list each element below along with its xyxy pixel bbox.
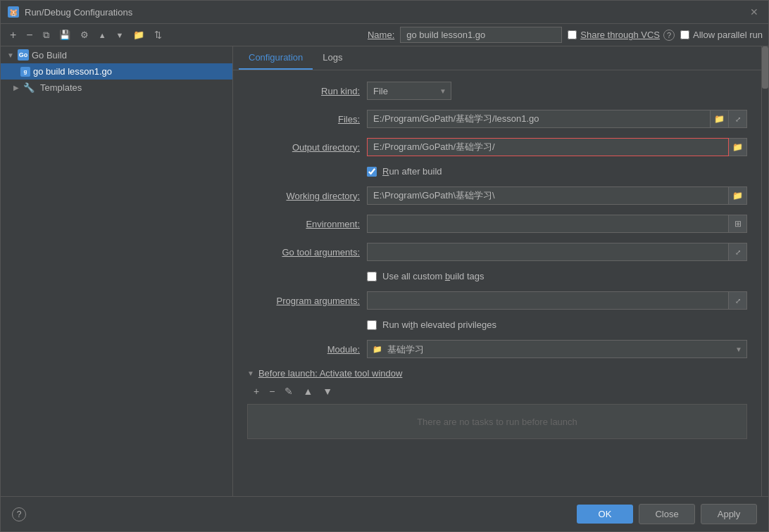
program-args-input-group: ⤢ <box>367 291 747 310</box>
before-launch-down-button[interactable]: ▼ <box>319 384 336 398</box>
module-select-wrapper: 📁 基础学习 ▼ <box>367 340 747 358</box>
tabs: Configuration Logs <box>233 46 761 70</box>
tree-item-lesson1[interactable]: g go build lesson1.go <box>1 63 232 80</box>
run-kind-select[interactable]: File Package Directory <box>368 82 451 99</box>
folder-button[interactable]: 📁 <box>130 28 148 42</box>
go-build-arrow: ▼ <box>6 51 15 59</box>
settings-button[interactable]: ⚙ <box>77 28 92 42</box>
save-button[interactable]: 💾 <box>56 28 74 42</box>
go-build-icon: Go <box>18 49 29 61</box>
module-row: Module: 📁 基础学习 ▼ <box>247 340 747 358</box>
move-up-button[interactable]: ▲ <box>95 30 110 41</box>
ok-button[interactable]: OK <box>577 505 633 524</box>
config-content: Run kind: File Package Directory ▼ Files… <box>233 70 761 496</box>
custom-build-label[interactable]: Use all custom build tags <box>382 271 484 281</box>
before-launch-content: There are no tasks to run before launch <box>247 404 747 439</box>
program-args-input[interactable] <box>367 291 729 310</box>
environment-label: Environment: <box>247 219 360 229</box>
go-tool-args-expand-button[interactable]: ⤢ <box>729 243 747 261</box>
tree-item-templates[interactable]: ▶ 🔧 Templates <box>1 80 232 96</box>
environment-browse-button[interactable]: ⊞ <box>729 215 747 233</box>
templates-arrow: ▶ <box>12 84 20 92</box>
working-dir-input[interactable] <box>367 186 729 205</box>
name-label: Name: <box>368 30 394 40</box>
share-help-icon[interactable]: ? <box>663 30 675 41</box>
module-folder-icon: 📁 <box>370 343 384 355</box>
cancel-button[interactable]: Close <box>639 504 695 524</box>
tab-configuration[interactable]: Configuration <box>239 46 313 70</box>
apply-button[interactable]: Apply <box>701 504 757 524</box>
files-expand-button[interactable]: ⤢ <box>729 110 747 128</box>
sort-button[interactable]: ⇅ <box>151 28 165 42</box>
remove-button[interactable]: − <box>23 27 36 43</box>
before-launch-label: Before launch: Activate tool window <box>258 368 403 379</box>
output-dir-browse-button[interactable]: 📁 <box>729 138 747 156</box>
add-button[interactable]: + <box>6 27 20 43</box>
tab-logs[interactable]: Logs <box>313 46 352 70</box>
custom-build-checkbox[interactable] <box>367 272 377 281</box>
custom-build-row: Use all custom build tags <box>367 271 747 281</box>
go-tool-args-row: Go tool arguments: ⤢ <box>247 243 747 261</box>
before-launch-edit-button[interactable]: ✎ <box>281 384 296 398</box>
go-tool-args-input-group: ⤢ <box>367 243 747 261</box>
run-after-build-label[interactable]: Run after build <box>382 166 442 177</box>
templates-label: Templates <box>40 82 82 93</box>
app-icon: 🐹 <box>8 6 19 18</box>
files-browse-button[interactable]: 📁 <box>711 110 729 128</box>
lesson1-label: go build lesson1.go <box>33 66 112 77</box>
scroll-track <box>762 46 768 496</box>
move-down-button[interactable]: ▼ <box>113 30 127 41</box>
parallel-run-checkbox[interactable] <box>680 30 689 39</box>
elevated-checkbox[interactable] <box>367 320 377 330</box>
program-args-expand-button[interactable]: ⤢ <box>729 291 747 310</box>
name-input[interactable] <box>400 27 562 43</box>
run-after-build-checkbox[interactable] <box>367 167 377 177</box>
parallel-run-label[interactable]: Allow parallel run <box>693 30 763 40</box>
environment-row: Environment: ⊞ <box>247 215 747 233</box>
before-launch-toolbar: + − ✎ ▲ ▼ <box>250 384 747 398</box>
dialog-title: Run/Debug Configurations <box>25 7 742 18</box>
help-button[interactable]: ? <box>12 507 26 521</box>
before-launch-up-button[interactable]: ▲ <box>299 384 316 398</box>
share-vcs-checkbox[interactable] <box>568 30 577 39</box>
files-input[interactable] <box>367 110 711 128</box>
lesson1-icon: g <box>20 67 30 77</box>
title-bar: 🐹 Run/Debug Configurations ✕ <box>1 1 768 24</box>
module-select[interactable]: 基础学习 <box>384 341 746 357</box>
go-tool-args-input[interactable] <box>367 243 729 261</box>
run-kind-select-wrapper: File Package Directory ▼ <box>367 82 451 100</box>
go-build-label: Go Build <box>32 50 67 61</box>
environment-input-group: ⊞ <box>367 215 747 233</box>
name-row: Name: Share through VCS ? Allow parallel… <box>368 27 763 43</box>
go-tool-args-label: Go tool arguments: <box>247 247 360 258</box>
files-row: Files: 📁 ⤢ <box>247 110 747 128</box>
copy-button[interactable]: ⧉ <box>39 28 53 42</box>
scroll-thumb[interactable] <box>762 46 768 89</box>
elevated-label[interactable]: Run with elevated privileges <box>382 319 496 330</box>
share-vcs-label[interactable]: Share through VCS <box>580 30 660 40</box>
working-dir-browse-button[interactable]: 📁 <box>729 186 747 205</box>
elevated-row: Run with elevated privileges <box>367 319 747 330</box>
run-after-build-row: Run after build <box>367 166 747 177</box>
toolbar: + − ⧉ 💾 ⚙ ▲ ▼ 📁 ⇅ Name: Share through VC… <box>1 24 768 46</box>
run-kind-label: Run kind: <box>247 86 360 96</box>
before-launch-add-button[interactable]: + <box>250 384 263 398</box>
bottom-bar: ? OK Close Apply <box>1 496 768 531</box>
left-panel: ▼ Go Go Build g go build lesson1.go ▶ 🔧 … <box>1 46 233 496</box>
environment-input[interactable] <box>367 215 729 233</box>
files-label: Files: <box>247 114 360 125</box>
before-launch-empty-text: There are no tasks to run before launch <box>417 417 577 427</box>
right-scrollbar[interactable] <box>761 46 768 496</box>
before-launch-remove-button[interactable]: − <box>265 384 278 398</box>
output-dir-input[interactable] <box>367 138 729 156</box>
before-launch-header[interactable]: ▼ Before launch: Activate tool window <box>247 368 747 379</box>
program-args-label: Program arguments: <box>247 296 360 306</box>
tree-item-go-build[interactable]: ▼ Go Go Build <box>1 46 232 63</box>
close-button[interactable]: ✕ <box>747 5 761 19</box>
output-dir-label: Output directory: <box>247 142 360 153</box>
right-panel: Configuration Logs Run kind: File Packag… <box>233 46 761 496</box>
working-dir-row: Working directory: 📁 <box>247 186 747 205</box>
files-input-group: 📁 ⤢ <box>367 110 747 128</box>
before-launch-arrow-icon: ▼ <box>247 369 254 377</box>
working-dir-label: Working directory: <box>247 191 360 201</box>
